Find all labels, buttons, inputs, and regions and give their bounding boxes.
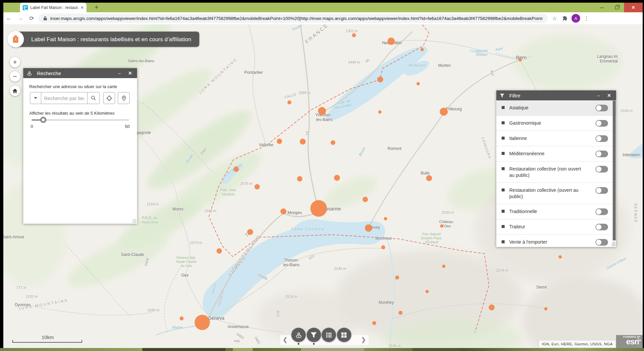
slider-max-label: 50 — [125, 124, 130, 129]
filter-toggle[interactable] — [595, 187, 608, 194]
restaurant-cluster-marker[interactable] — [420, 48, 424, 51]
dock-scroll-left-icon[interactable]: ❮ — [283, 336, 287, 343]
restaurant-cluster-marker[interactable] — [277, 139, 282, 144]
forward-button[interactable]: → — [15, 15, 26, 22]
search-submit-button[interactable] — [87, 92, 100, 104]
slider-min-label: 0 — [31, 124, 33, 129]
filter-row: Vente à l’emporter — [496, 235, 616, 247]
restaurant-cluster-marker[interactable] — [425, 290, 429, 293]
funnel-icon — [500, 93, 505, 98]
restaurant-cluster-marker[interactable] — [310, 200, 327, 217]
restaurant-cluster-marker[interactable] — [331, 140, 335, 145]
filter-toggle[interactable] — [595, 105, 608, 111]
zoom-out-button[interactable]: − — [10, 71, 20, 82]
filter-toggle[interactable] — [595, 135, 608, 142]
restaurant-cluster-marker[interactable] — [489, 304, 495, 310]
restaurant-cluster-marker[interactable] — [318, 107, 326, 115]
filter-toggle[interactable] — [595, 208, 608, 215]
filter-toggle[interactable] — [595, 224, 608, 230]
restaurant-cluster-marker[interactable] — [388, 38, 395, 45]
layer-square-icon — [502, 210, 505, 213]
window-restore-button[interactable] — [609, 3, 624, 12]
new-tab-button[interactable]: + — [92, 4, 100, 12]
restaurant-cluster-marker[interactable] — [416, 82, 420, 85]
restaurant-cluster-marker[interactable] — [384, 217, 387, 220]
home-extent-button[interactable] — [10, 85, 20, 96]
filter-panel-title: Filtre — [509, 93, 591, 98]
restaurant-cluster-marker[interactable] — [378, 110, 382, 114]
extensions-puzzle-icon[interactable] — [562, 15, 568, 22]
restaurant-cluster-marker[interactable] — [180, 316, 184, 320]
dock-scroll-right-icon[interactable]: ❯ — [361, 336, 366, 343]
restaurant-cluster-marker[interactable] — [234, 167, 239, 172]
filter-panel-minimize[interactable]: – — [595, 93, 602, 98]
restaurant-cluster-marker[interactable] — [377, 76, 383, 82]
basemap-widget-button[interactable] — [337, 328, 351, 342]
restaurant-cluster-marker[interactable] — [363, 197, 368, 202]
restaurant-cluster-marker[interactable] — [334, 175, 340, 181]
filter-panel-close[interactable]: ✕ — [605, 93, 613, 98]
address-bar[interactable]: inser.maps.arcgis.com/apps/webappviewer/… — [39, 14, 548, 23]
window-minimize-button[interactable]: — — [595, 3, 609, 12]
filter-toggle[interactable] — [595, 151, 608, 157]
scrollbar-thumb[interactable] — [613, 101, 616, 240]
search-input[interactable] — [41, 92, 87, 104]
restaurant-cluster-marker[interactable] — [440, 224, 443, 228]
window-close-button[interactable]: ✕ — [624, 3, 643, 12]
locate-me-button[interactable] — [103, 92, 115, 104]
tab-close-icon[interactable]: ✕ — [80, 5, 84, 10]
restaurant-cluster-marker[interactable] — [195, 315, 210, 330]
filter-panel-header[interactable]: Filtre – ✕ — [496, 90, 616, 100]
restaurant-cluster-marker[interactable] — [440, 108, 448, 116]
restaurant-cluster-marker[interactable] — [287, 100, 291, 104]
browser-menu-icon[interactable]: ⋮ — [583, 15, 589, 22]
filter-panel-scrollbar[interactable] — [613, 101, 616, 246]
filter-row: Asiatique — [496, 100, 616, 116]
restaurant-cluster-marker[interactable] — [372, 321, 376, 325]
chevron-down-icon — [34, 97, 37, 99]
restaurant-cluster-marker[interactable] — [297, 176, 302, 181]
restaurant-cluster-marker[interactable] — [426, 175, 432, 181]
radius-slider-track[interactable] — [32, 119, 129, 121]
search-instruction: Rechercher une adresse ou situer sur la … — [29, 84, 117, 89]
filter-panel-resize-handle[interactable] — [611, 242, 615, 246]
drop-pin-button[interactable] — [118, 92, 130, 104]
search-panel-minimize[interactable]: – — [116, 70, 123, 76]
search-panel-header[interactable]: Recherche – ✕ — [23, 68, 137, 78]
restaurant-cluster-marker[interactable] — [381, 245, 385, 249]
restaurant-cluster-marker[interactable] — [247, 229, 253, 235]
restaurant-cluster-marker[interactable] — [217, 248, 222, 254]
home-icon — [12, 88, 18, 93]
restaurant-cluster-marker[interactable] — [519, 58, 522, 61]
restaurant-cluster-marker[interactable] — [559, 255, 562, 259]
filter-toggle[interactable] — [595, 166, 608, 173]
search-panel-resize-handle[interactable] — [132, 219, 136, 223]
filter-toggle[interactable] — [595, 239, 608, 246]
toggle-knob — [596, 188, 601, 193]
restaurant-cluster-marker[interactable] — [280, 208, 286, 214]
search-widget-button[interactable] — [291, 328, 306, 342]
restaurant-cluster-marker[interactable] — [399, 311, 402, 315]
restaurant-cluster-marker[interactable] — [365, 224, 372, 232]
search-panel-close[interactable]: ✕ — [126, 70, 134, 76]
browser-tab[interactable]: Label Fait Maison : restaurants la ✕ — [20, 3, 86, 12]
restaurant-cluster-marker[interactable] — [395, 276, 399, 280]
profile-avatar[interactable]: A — [571, 14, 580, 23]
filter-toggle[interactable] — [595, 120, 608, 127]
restaurant-cluster-marker[interactable] — [352, 33, 356, 37]
restaurant-cluster-marker[interactable] — [254, 184, 260, 189]
map-attribution: IGN, Esri, HERE, Garmin, USGS, NGA — [539, 341, 615, 347]
bookmark-star-icon[interactable]: ☆ — [551, 15, 558, 22]
reload-button[interactable]: ⟳ — [26, 15, 37, 22]
zoom-in-button[interactable]: + — [10, 57, 20, 67]
radius-slider-handle[interactable] — [40, 117, 47, 123]
search-source-dropdown[interactable] — [30, 92, 41, 104]
search-panel: Recherche – ✕ Rechercher une adresse ou … — [23, 68, 137, 224]
restaurant-cluster-marker[interactable] — [442, 265, 445, 268]
filter-widget-button[interactable] — [307, 328, 321, 342]
legend-widget-button[interactable] — [322, 328, 336, 342]
restaurant-cluster-marker[interactable] — [544, 307, 548, 310]
restaurant-cluster-marker[interactable] — [300, 139, 306, 145]
back-button[interactable]: ← — [3, 15, 15, 22]
filter-label: Méditerranéenne — [509, 151, 591, 157]
